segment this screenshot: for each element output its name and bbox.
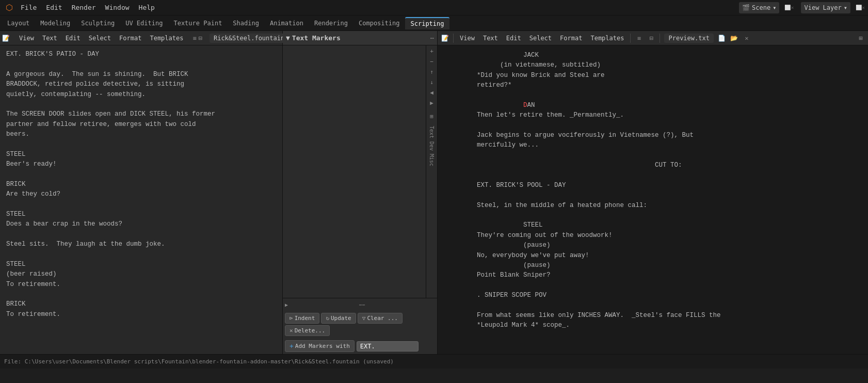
right-editor-type-icon[interactable]: 📝	[440, 33, 450, 43]
misc-label[interactable]: Misc	[428, 153, 436, 167]
dev-label[interactable]: Dev	[428, 140, 436, 152]
text-markers-panel: ▼ Text Markers ⋯ + − ↑ ↓ ◀ ▶ ⊞ Text Dev …	[283, 31, 438, 354]
right-open-icon[interactable]: 📂	[729, 33, 740, 43]
text-menu-left[interactable]: Text	[39, 34, 60, 43]
right-text-mode-icon[interactable]: ≡	[634, 33, 644, 43]
add-markers-label: Add Markers with	[295, 343, 350, 349]
indent-icon: ⊳	[290, 315, 293, 322]
tab-compositing[interactable]: Compositing	[353, 18, 405, 29]
line-numbers-icon[interactable]: ⊟	[199, 33, 202, 43]
cursor-char: D	[523, 102, 527, 109]
view-layer-dropdown-icon: ▾	[844, 4, 847, 11]
window-menu[interactable]: Window	[101, 3, 134, 12]
edit-menu[interactable]: Edit	[42, 3, 66, 12]
view-layer-selector[interactable]: View Layer ▾	[801, 2, 850, 13]
scene-name: Scene	[752, 4, 770, 11]
right-new-icon[interactable]: 📄	[717, 33, 727, 43]
update-icon: ↻	[326, 315, 329, 322]
add-markers-input[interactable]	[357, 341, 419, 352]
window-controls-left: ⬜✕	[784, 5, 794, 10]
delete-label: Delete...	[295, 327, 326, 334]
main-layout: 📝 View Text Edit Select Format Templates…	[0, 31, 868, 354]
markers-sidebar: + − ↑ ↓ ◀ ▶ ⊞ Text Dev Misc	[426, 45, 437, 298]
tab-texture-paint[interactable]: Texture Paint	[168, 18, 227, 29]
right-preview-panel: 📝 View Text Edit Select Format Templates…	[438, 31, 868, 354]
right-close-icon[interactable]: ✕	[742, 33, 752, 43]
tab-rendering[interactable]: Rendering	[309, 18, 353, 29]
delete-icon: ✕	[290, 327, 293, 334]
templates-menu-left[interactable]: Templates	[147, 34, 186, 43]
left-editor-toolbar: 📝 View Text Edit Select Format Templates…	[0, 31, 282, 45]
preview-editor-content[interactable]: JACK (in vietnamese, subtitled) *Did you…	[438, 45, 868, 354]
clear-label: Clear ...	[367, 315, 398, 322]
clear-button[interactable]: ▽ Clear ...	[358, 313, 403, 324]
file-name-display[interactable]: Rick&Steel.fountain	[210, 34, 288, 43]
markers-add-btn[interactable]: +	[427, 46, 437, 56]
text-label[interactable]: Text	[428, 125, 436, 139]
right-corner-btn[interactable]: ⊞	[856, 33, 866, 43]
blender-logo-icon: ⬡	[3, 2, 15, 14]
view-menu-left[interactable]: View	[16, 34, 37, 43]
right-toolbar-sep3	[660, 34, 660, 43]
render-menu[interactable]: Render	[68, 3, 100, 12]
update-label: Update	[331, 315, 351, 322]
play-icon[interactable]: ▶	[285, 302, 288, 308]
right-select-menu[interactable]: Select	[526, 34, 555, 43]
right-toolbar-sep1	[453, 34, 454, 43]
scene-icon: 🎬	[742, 4, 750, 11]
bottom-bar-handle[interactable]: ⋯⋯	[289, 302, 435, 308]
right-format-menu[interactable]: Format	[557, 34, 585, 43]
markers-left-btn[interactable]: ◀	[427, 88, 437, 97]
scene-selector[interactable]: 🎬 Scene ▾	[739, 2, 779, 13]
status-bar: File: C:\Users\user\Documents\Blender sc…	[0, 354, 868, 369]
view-layer-label: View Layer	[804, 4, 841, 11]
indent-button[interactable]: ⊳ Indent	[285, 313, 319, 324]
window-controls-right: ⬜✕	[856, 5, 865, 10]
select-menu-left[interactable]: Select	[86, 34, 114, 43]
global-top-bar: ⬡ File Edit Render Window Help 🎬 Scene ▾…	[0, 0, 868, 15]
text-mode-icon[interactable]: ≡	[192, 33, 196, 43]
help-menu[interactable]: Help	[135, 3, 159, 12]
markers-title: Text Markers	[292, 34, 428, 42]
tab-sculpting[interactable]: Sculpting	[76, 18, 120, 29]
tab-scripting[interactable]: Scripting	[405, 17, 449, 29]
editor-type-icon[interactable]: 📝	[2, 33, 10, 43]
add-markers-button[interactable]: + Add Markers with	[285, 340, 355, 352]
markers-menu-icon[interactable]: ⋯	[430, 35, 434, 42]
markers-header: ▼ Text Markers ⋯	[283, 31, 437, 45]
right-view-menu[interactable]: View	[457, 34, 478, 43]
markers-actions-row: ⊳ Indent ↻ Update ▽ Clear ... ✕ Delete..…	[283, 311, 437, 338]
markers-bottom-bar: ▶ ⋯⋯	[283, 298, 437, 311]
markers-main-area: + − ↑ ↓ ◀ ▶ ⊞ Text Dev Misc	[283, 45, 437, 298]
markers-grid-btn[interactable]: ⊞	[427, 111, 437, 121]
scene-dropdown-icon: ▾	[773, 4, 776, 11]
markers-up-btn[interactable]: ↑	[427, 67, 437, 76]
right-editor-toolbar: 📝 View Text Edit Select Format Templates…	[438, 31, 868, 45]
script-editor-content[interactable]: EXT. BRICK'S PATIO - DAY A gorgeous day.…	[0, 45, 282, 354]
format-menu-left[interactable]: Format	[116, 34, 144, 43]
add-markers-row: + Add Markers with	[283, 338, 437, 354]
tab-uv-editing[interactable]: UV Editing	[120, 18, 168, 29]
tab-shading[interactable]: Shading	[228, 18, 264, 29]
delete-button[interactable]: ✕ Delete...	[285, 325, 330, 336]
right-file-name[interactable]: Preview.txt	[664, 34, 713, 43]
right-templates-menu[interactable]: Templates	[587, 34, 627, 43]
markers-right-btn[interactable]: ▶	[427, 98, 437, 107]
workspace-tabs: Layout Modeling Sculpting UV Editing Tex…	[0, 15, 868, 31]
indent-label: Indent	[295, 315, 315, 322]
right-text-menu[interactable]: Text	[480, 34, 501, 43]
right-lines-icon[interactable]: ⊟	[646, 33, 656, 43]
tab-modeling[interactable]: Modeling	[35, 18, 75, 29]
edit-menu-left[interactable]: Edit	[62, 34, 84, 43]
markers-remove-btn[interactable]: −	[427, 57, 437, 66]
right-edit-menu[interactable]: Edit	[503, 34, 524, 43]
tab-layout[interactable]: Layout	[2, 18, 35, 29]
update-button[interactable]: ↻ Update	[321, 313, 356, 324]
markers-down-btn[interactable]: ↓	[427, 77, 437, 87]
add-plus-icon: +	[290, 342, 294, 350]
tab-animation[interactable]: Animation	[265, 18, 309, 29]
file-menu[interactable]: File	[17, 3, 41, 12]
markers-collapse-icon[interactable]: ▼	[286, 34, 290, 42]
markers-list-area[interactable]	[283, 45, 426, 298]
status-text: File: C:\Users\user\Documents\Blender sc…	[4, 358, 394, 365]
